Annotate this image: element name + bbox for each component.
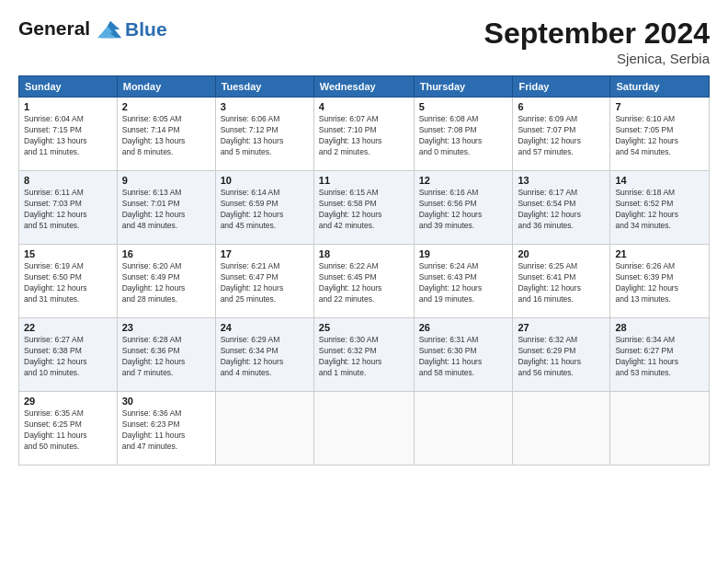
page: General Blue September 2024 Sjenica, Ser… — [0, 0, 728, 475]
day-number: 20 — [518, 248, 605, 259]
day-number: 18 — [319, 248, 409, 259]
table-row: 26Sunrise: 6:31 AMSunset: 6:30 PMDayligh… — [414, 318, 513, 392]
table-row: 19Sunrise: 6:24 AMSunset: 6:43 PMDayligh… — [414, 245, 513, 318]
day-detail: Sunrise: 6:27 AMSunset: 6:38 PMDaylight:… — [24, 335, 112, 379]
logo-text: General — [18, 17, 123, 42]
day-number: 25 — [319, 322, 409, 333]
day-detail: Sunrise: 6:31 AMSunset: 6:30 PMDaylight:… — [419, 335, 508, 379]
table-row: 24Sunrise: 6:29 AMSunset: 6:34 PMDayligh… — [215, 318, 313, 392]
th-saturday: Saturday — [610, 76, 710, 98]
day-detail: Sunrise: 6:24 AMSunset: 6:43 PMDaylight:… — [419, 261, 508, 305]
day-detail: Sunrise: 6:14 AMSunset: 6:59 PMDaylight:… — [221, 188, 309, 232]
table-row: 17Sunrise: 6:21 AMSunset: 6:47 PMDayligh… — [215, 245, 313, 318]
table-row — [414, 392, 513, 465]
logo: General Blue — [18, 17, 167, 42]
day-number: 13 — [518, 175, 605, 186]
table-row — [215, 392, 313, 465]
day-detail: Sunrise: 6:17 AMSunset: 6:54 PMDaylight:… — [518, 188, 605, 232]
day-detail: Sunrise: 6:36 AMSunset: 6:23 PMDaylight:… — [122, 408, 210, 453]
day-detail: Sunrise: 6:06 AMSunset: 7:12 PMDaylight:… — [221, 114, 309, 158]
th-tuesday: Tuesday — [215, 76, 313, 98]
day-detail: Sunrise: 6:05 AMSunset: 7:14 PMDaylight:… — [122, 114, 210, 158]
table-row: 14Sunrise: 6:18 AMSunset: 6:52 PMDayligh… — [610, 171, 710, 245]
day-detail: Sunrise: 6:19 AMSunset: 6:50 PMDaylight:… — [24, 261, 112, 305]
table-row: 20Sunrise: 6:25 AMSunset: 6:41 PMDayligh… — [513, 245, 610, 318]
day-detail: Sunrise: 6:18 AMSunset: 6:52 PMDaylight:… — [615, 188, 704, 232]
day-number: 24 — [221, 322, 309, 333]
table-row: 10Sunrise: 6:14 AMSunset: 6:59 PMDayligh… — [215, 171, 313, 245]
table-row: 2Sunrise: 6:05 AMSunset: 7:14 PMDaylight… — [117, 98, 215, 171]
day-number: 30 — [122, 396, 210, 407]
day-detail: Sunrise: 6:21 AMSunset: 6:47 PMDaylight:… — [221, 261, 309, 305]
logo-line2: Blue — [125, 18, 167, 40]
table-row — [313, 392, 414, 465]
day-number: 5 — [419, 101, 508, 112]
header: General Blue September 2024 Sjenica, Ser… — [18, 17, 710, 66]
table-row: 15Sunrise: 6:19 AMSunset: 6:50 PMDayligh… — [19, 245, 118, 318]
th-wednesday: Wednesday — [313, 76, 414, 98]
day-detail: Sunrise: 6:15 AMSunset: 6:58 PMDaylight:… — [319, 188, 409, 232]
day-detail: Sunrise: 6:29 AMSunset: 6:34 PMDaylight:… — [221, 335, 309, 379]
day-detail: Sunrise: 6:10 AMSunset: 7:05 PMDaylight:… — [615, 114, 704, 158]
th-monday: Monday — [117, 76, 215, 98]
day-number: 29 — [24, 396, 112, 407]
table-row: 9Sunrise: 6:13 AMSunset: 7:01 PMDaylight… — [117, 171, 215, 245]
table-row: 16Sunrise: 6:20 AMSunset: 6:49 PMDayligh… — [117, 245, 215, 318]
day-number: 22 — [24, 322, 112, 333]
day-detail: Sunrise: 6:22 AMSunset: 6:45 PMDaylight:… — [319, 261, 409, 305]
table-row: 18Sunrise: 6:22 AMSunset: 6:45 PMDayligh… — [313, 245, 414, 318]
day-number: 9 — [122, 175, 210, 186]
day-detail: Sunrise: 6:11 AMSunset: 7:03 PMDaylight:… — [24, 188, 112, 232]
month-title: September 2024 — [484, 17, 710, 51]
day-number: 3 — [221, 101, 309, 112]
table-row: 1Sunrise: 6:04 AMSunset: 7:15 PMDaylight… — [19, 98, 118, 171]
table-row: 22Sunrise: 6:27 AMSunset: 6:38 PMDayligh… — [19, 318, 118, 392]
table-row: 5Sunrise: 6:08 AMSunset: 7:08 PMDaylight… — [414, 98, 513, 171]
day-detail: Sunrise: 6:35 AMSunset: 6:25 PMDaylight:… — [24, 408, 112, 453]
table-row: 12Sunrise: 6:16 AMSunset: 6:56 PMDayligh… — [414, 171, 513, 245]
day-number: 6 — [518, 101, 605, 112]
table-row: 25Sunrise: 6:30 AMSunset: 6:32 PMDayligh… — [313, 318, 414, 392]
day-number: 16 — [122, 248, 210, 259]
table-row — [610, 392, 710, 465]
table-row: 30Sunrise: 6:36 AMSunset: 6:23 PMDayligh… — [117, 392, 215, 465]
day-detail: Sunrise: 6:26 AMSunset: 6:39 PMDaylight:… — [615, 261, 704, 305]
table-row: 29Sunrise: 6:35 AMSunset: 6:25 PMDayligh… — [19, 392, 118, 465]
day-number: 11 — [319, 175, 409, 186]
table-row: 13Sunrise: 6:17 AMSunset: 6:54 PMDayligh… — [513, 171, 610, 245]
day-number: 14 — [615, 175, 704, 186]
day-number: 26 — [419, 322, 508, 333]
table-row — [513, 392, 610, 465]
table-row: 21Sunrise: 6:26 AMSunset: 6:39 PMDayligh… — [610, 245, 710, 318]
table-row: 6Sunrise: 6:09 AMSunset: 7:07 PMDaylight… — [513, 98, 610, 171]
day-detail: Sunrise: 6:28 AMSunset: 6:36 PMDaylight:… — [122, 335, 210, 379]
day-number: 19 — [419, 248, 508, 259]
table-row: 7Sunrise: 6:10 AMSunset: 7:05 PMDaylight… — [610, 98, 710, 171]
day-number: 2 — [122, 101, 210, 112]
day-detail: Sunrise: 6:20 AMSunset: 6:49 PMDaylight:… — [122, 261, 210, 305]
day-detail: Sunrise: 6:34 AMSunset: 6:27 PMDaylight:… — [615, 335, 704, 379]
day-detail: Sunrise: 6:09 AMSunset: 7:07 PMDaylight:… — [518, 114, 605, 158]
day-detail: Sunrise: 6:08 AMSunset: 7:08 PMDaylight:… — [419, 114, 508, 158]
day-number: 21 — [615, 248, 704, 259]
day-number: 23 — [122, 322, 210, 333]
table-row: 3Sunrise: 6:06 AMSunset: 7:12 PMDaylight… — [215, 98, 313, 171]
day-number: 17 — [221, 248, 309, 259]
table-row: 23Sunrise: 6:28 AMSunset: 6:36 PMDayligh… — [117, 318, 215, 392]
day-number: 8 — [24, 175, 112, 186]
day-detail: Sunrise: 6:07 AMSunset: 7:10 PMDaylight:… — [319, 114, 409, 158]
day-number: 1 — [24, 101, 112, 112]
table-row: 11Sunrise: 6:15 AMSunset: 6:58 PMDayligh… — [313, 171, 414, 245]
day-number: 10 — [221, 175, 309, 186]
day-number: 15 — [24, 248, 112, 259]
day-detail: Sunrise: 6:32 AMSunset: 6:29 PMDaylight:… — [518, 335, 605, 379]
day-number: 7 — [615, 101, 704, 112]
title-block: September 2024 Sjenica, Serbia — [484, 17, 710, 66]
th-friday: Friday — [513, 76, 610, 98]
table-row: 28Sunrise: 6:34 AMSunset: 6:27 PMDayligh… — [610, 318, 710, 392]
location: Sjenica, Serbia — [484, 51, 710, 66]
day-detail: Sunrise: 6:13 AMSunset: 7:01 PMDaylight:… — [122, 188, 210, 232]
day-number: 27 — [518, 322, 605, 333]
th-thursday: Thursday — [414, 76, 513, 98]
logo-icon — [97, 17, 123, 42]
